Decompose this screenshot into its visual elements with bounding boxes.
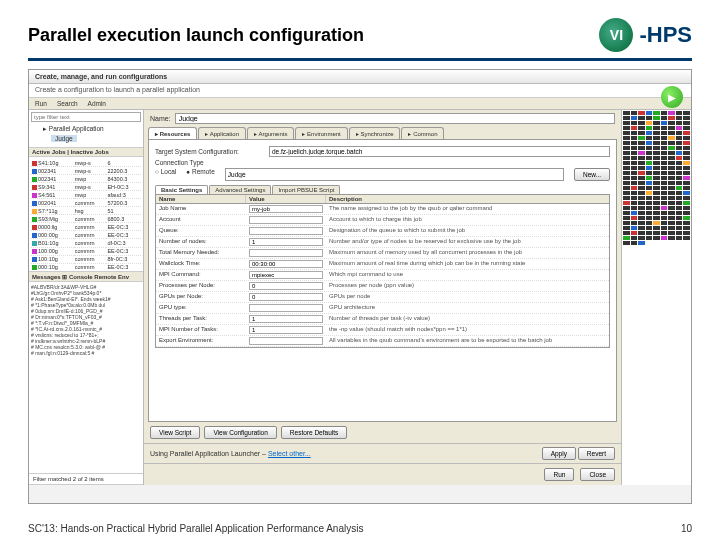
setting-input[interactable] xyxy=(249,293,323,301)
tab-environment[interactable]: ▸ Environment xyxy=(295,127,347,139)
setting-input[interactable] xyxy=(249,337,323,345)
subtab-1[interactable]: Advanced Settings xyxy=(209,185,271,194)
setting-input[interactable] xyxy=(249,238,323,246)
node-cell xyxy=(631,206,638,210)
node-cell xyxy=(638,201,645,205)
job-row[interactable]: S41:10gmwp-s6 xyxy=(31,159,141,167)
node-cell xyxy=(668,176,675,180)
run-icon[interactable]: ▶ xyxy=(661,86,683,108)
node-cell xyxy=(646,206,653,210)
job-row[interactable]: 002041commrn57200.3 xyxy=(31,199,141,207)
tsc-input[interactable] xyxy=(269,146,610,157)
tab-active-jobs[interactable]: Active Jobs xyxy=(32,149,66,155)
setting-input[interactable] xyxy=(249,205,323,213)
setting-row: Export Environment:All variables in the … xyxy=(156,336,609,347)
menu-run[interactable]: Run xyxy=(35,100,47,107)
node-cell xyxy=(668,116,675,120)
node-cell xyxy=(668,236,675,240)
menu-bar: Run Search Admin xyxy=(29,98,691,110)
job-row[interactable]: 100:10gcommrn8fr-0C:3 xyxy=(31,255,141,263)
node-cell xyxy=(676,206,683,210)
remote-select[interactable] xyxy=(225,168,564,181)
setting-input[interactable] xyxy=(249,216,323,224)
node-cell xyxy=(653,221,660,225)
tab-inactive-jobs[interactable]: Inactive Jobs xyxy=(71,149,109,155)
view-config-button[interactable]: View Configuration xyxy=(204,426,276,439)
node-cell xyxy=(646,116,653,120)
filter-input[interactable] xyxy=(31,112,141,122)
job-row[interactable]: S93:Migcommrn6800.3 xyxy=(31,215,141,223)
job-row[interactable]: S9:341mwp-sEH-0C:3 xyxy=(31,183,141,191)
node-cell xyxy=(661,121,668,125)
node-cell xyxy=(638,231,645,235)
node-cell xyxy=(661,191,668,195)
menu-admin[interactable]: Admin xyxy=(88,100,106,107)
job-row[interactable]: 002341mwp84300.3 xyxy=(31,175,141,183)
job-row[interactable]: B01:10gcommrndf-0C:3 xyxy=(31,239,141,247)
node-cell xyxy=(646,136,653,140)
node-cell xyxy=(653,206,660,210)
menu-search[interactable]: Search xyxy=(57,100,78,107)
node-cell xyxy=(638,236,645,240)
select-launcher-link[interactable]: Select other... xyxy=(268,450,311,457)
setting-input[interactable] xyxy=(249,227,323,235)
node-cell xyxy=(676,216,683,220)
setting-input[interactable] xyxy=(249,326,323,334)
job-row[interactable]: 000:00gcommrnEE-0C:3 xyxy=(31,231,141,239)
job-row[interactable]: S7:*11ghsg51 xyxy=(31,207,141,215)
node-cell xyxy=(661,146,668,150)
tab-application[interactable]: ▸ Application xyxy=(198,127,246,139)
node-cell xyxy=(631,236,638,240)
setting-input[interactable] xyxy=(249,271,323,279)
node-cell xyxy=(638,151,645,155)
tab-synchronize[interactable]: ▸ Synchronize xyxy=(349,127,401,139)
node-cell xyxy=(676,156,683,160)
node-cell xyxy=(683,226,690,230)
restore-defaults-button[interactable]: Restore Defaults xyxy=(281,426,347,439)
node-cell xyxy=(631,196,638,200)
setting-input[interactable] xyxy=(249,249,323,257)
setting-input[interactable] xyxy=(249,282,323,290)
job-row[interactable]: 002341mwp-s22200.3 xyxy=(31,167,141,175)
node-cell xyxy=(638,186,645,190)
node-cell xyxy=(631,141,638,145)
node-cell xyxy=(668,166,675,170)
job-row[interactable]: 100:00gcommrnEE-0C:3 xyxy=(31,247,141,255)
job-row[interactable]: 0000:llgcommrnEE-0C:3 xyxy=(31,223,141,231)
name-input[interactable] xyxy=(175,113,615,124)
node-cell xyxy=(668,126,675,130)
new-connection-button[interactable]: New... xyxy=(574,168,610,181)
setting-row: Wallclock Time:Maximum amount of real ti… xyxy=(156,259,609,270)
subtab-2[interactable]: Import PBSUE Script xyxy=(272,185,340,194)
setting-input[interactable] xyxy=(249,304,323,312)
close-button[interactable]: Close xyxy=(580,468,615,481)
node-cell xyxy=(623,186,630,190)
job-row[interactable]: 000:10gcommrnEE-0C:3 xyxy=(31,263,141,271)
node-cell xyxy=(668,171,675,175)
radio-remote[interactable]: ● Remote xyxy=(186,168,215,181)
radio-local[interactable]: ○ Local xyxy=(155,168,176,181)
subtab-0[interactable]: Basic Settings xyxy=(155,185,208,194)
node-cell xyxy=(653,176,660,180)
tab-arguments[interactable]: ▸ Arguments xyxy=(247,127,294,139)
tree-parent[interactable]: ▸ Parallel Application xyxy=(35,124,137,134)
node-cell xyxy=(638,196,645,200)
node-cell xyxy=(646,226,653,230)
node-cell xyxy=(623,211,630,215)
job-row[interactable]: S4:561mwpafaud:3 xyxy=(31,191,141,199)
node-cell xyxy=(683,111,690,115)
tree-selected[interactable]: Judge xyxy=(51,135,77,142)
node-cell xyxy=(661,186,668,190)
view-script-button[interactable]: View Script xyxy=(150,426,200,439)
tab-common[interactable]: ▸ Common xyxy=(401,127,444,139)
run-button[interactable]: Run xyxy=(544,468,574,481)
setting-input[interactable] xyxy=(249,260,323,268)
node-cell xyxy=(683,236,690,240)
node-cell xyxy=(683,161,690,165)
revert-button[interactable]: Revert xyxy=(578,447,615,460)
apply-button[interactable]: Apply xyxy=(542,447,576,460)
node-cell xyxy=(623,126,630,130)
setting-input[interactable] xyxy=(249,315,323,323)
node-cell xyxy=(683,211,690,215)
tab-resources[interactable]: ▸ Resources xyxy=(148,127,197,139)
